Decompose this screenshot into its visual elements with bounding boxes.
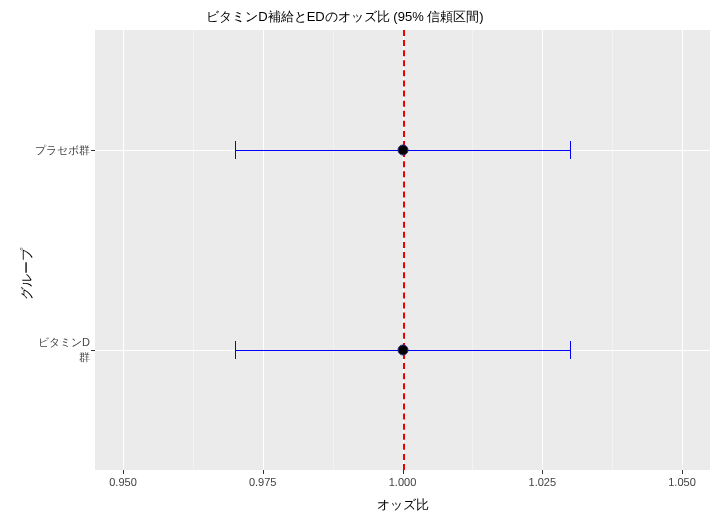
grid-minor [333,30,334,470]
grid-major [542,30,543,470]
ci-cap [235,341,236,359]
grid-major [263,30,264,470]
y-tick-label: プラセボ群 [30,143,90,158]
reference-line [403,30,405,470]
grid-major [682,30,683,470]
grid-minor [472,30,473,470]
x-tick-label: 1.025 [529,476,557,488]
point-estimate [397,345,408,356]
x-tick-mark [682,470,683,474]
ci-cap [570,141,571,159]
x-tick-label: 0.975 [249,476,277,488]
x-tick-label: 0.950 [109,476,137,488]
y-tick-mark [91,150,95,151]
x-axis-label: オッズ比 [95,496,710,514]
x-tick-mark [263,470,264,474]
y-axis-label: グループ [18,248,36,300]
grid-minor [612,30,613,470]
grid-minor [193,30,194,470]
y-tick-label: ビタミンD群 [30,335,90,365]
x-tick-mark [123,470,124,474]
chart-container: ビタミンD補給とEDのオッズ比 (95% 信頼区間) グループ プラセボ群 ビタ… [0,0,725,524]
chart-title: ビタミンD補給とEDのオッズ比 (95% 信頼区間) [120,8,570,26]
y-tick-mark [91,350,95,351]
x-tick-mark [403,470,404,474]
ci-cap [570,341,571,359]
grid-major [123,30,124,470]
x-tick-label: 1.050 [668,476,696,488]
plot-area [95,30,710,470]
x-tick-mark [542,470,543,474]
ci-cap [235,141,236,159]
x-tick-label: 1.000 [389,476,417,488]
point-estimate [397,145,408,156]
